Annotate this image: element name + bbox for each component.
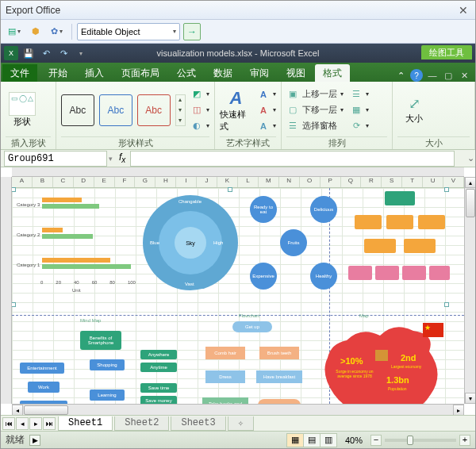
text-effects-button[interactable]: A▾ (257, 119, 276, 133)
column-header[interactable]: R (361, 177, 382, 187)
tab-formula[interactable]: 公式 (169, 64, 204, 82)
gear-button[interactable]: ✿▾ (47, 23, 67, 40)
bar-chart[interactable]: Category 3 Category 2 Category 1 0204060… (17, 193, 136, 296)
scroll-up-icon[interactable]: ▴ (465, 177, 475, 188)
column-header[interactable]: T (402, 177, 423, 187)
tab-view[interactable]: 视图 (278, 64, 313, 82)
worksheet-canvas[interactable]: ABCDEFGHIJKLMNOPQRSTUV Category 3 Catego… (12, 177, 464, 404)
column-header[interactable]: B (33, 177, 53, 187)
text-outline-button[interactable]: A▾ (257, 103, 276, 117)
column-header[interactable]: C (53, 177, 74, 187)
shape-outline-button[interactable]: ◫▾ (190, 103, 209, 117)
close-excel-icon[interactable]: ✕ (458, 69, 470, 82)
help-icon[interactable]: ? (410, 69, 423, 82)
column-header[interactable]: J (197, 177, 217, 187)
style-preset-2[interactable]: Abc (99, 94, 132, 126)
tab-insert[interactable]: 插入 (77, 64, 112, 82)
tab-layout[interactable]: 页面布局 (113, 64, 167, 82)
tab-review[interactable]: 审阅 (242, 64, 277, 82)
wordart-button[interactable]: A 快速样式 (220, 88, 252, 132)
new-sheet-button[interactable]: ✧ (228, 416, 254, 431)
tab-home[interactable]: 开始 (40, 64, 75, 82)
onion-diagram[interactable]: Sky Changable Blue High Vast (139, 191, 242, 294)
column-header[interactable]: G (135, 177, 155, 187)
tab-data[interactable]: 数据 (205, 64, 240, 82)
column-header[interactable]: A (12, 177, 33, 187)
excel-icon[interactable]: X (4, 46, 18, 60)
restore-icon[interactable]: ▢ (442, 69, 455, 82)
column-header[interactable]: I (176, 177, 197, 187)
column-header[interactable]: L (238, 177, 259, 187)
close-icon[interactable]: ✕ (456, 4, 470, 17)
group-button[interactable]: ▦▾ (350, 103, 369, 117)
china-map[interactable]: Map ★ >10% Surge in economy on average s… (312, 318, 451, 404)
org-chart[interactable] (348, 191, 451, 302)
layout-view-icon[interactable]: ▤ (303, 433, 321, 447)
zoom-out-button[interactable]: − (370, 435, 382, 446)
zoom-in-button[interactable]: + (459, 435, 470, 446)
column-header[interactable]: Q (341, 177, 362, 187)
shapes-gallery-button[interactable]: ▭◯△ 形状 (6, 88, 39, 132)
formula-input[interactable] (130, 151, 455, 167)
shape-button[interactable]: ⬢ (28, 23, 44, 40)
column-header[interactable]: D (74, 177, 94, 187)
fx-icon[interactable]: fx (119, 152, 125, 164)
prev-sheet-icon[interactable]: ◂ (16, 417, 29, 430)
column-header[interactable]: M (259, 177, 279, 187)
shape-effects-button[interactable]: ◐▾ (190, 119, 209, 133)
pagebreak-view-icon[interactable]: ▥ (320, 433, 337, 447)
first-sheet-icon[interactable]: ⏮ (2, 417, 15, 430)
size-button[interactable]: ⤢ 大小 (397, 88, 431, 132)
column-header[interactable]: H (155, 177, 176, 187)
qat-more-icon[interactable]: ▾ (74, 46, 88, 60)
sheet-tab-3[interactable]: Sheet3 (171, 416, 225, 431)
column-headers[interactable]: ABCDEFGHIJKLMNOPQRSTUV (12, 177, 464, 188)
column-header[interactable]: V (443, 177, 464, 187)
macro-icon[interactable]: ▶ (29, 435, 40, 446)
rotate-button[interactable]: ⟳▾ (350, 119, 369, 133)
mind-map[interactable]: Mind Map Benefits of Smartphone Entertai… (20, 318, 194, 404)
go-button[interactable]: → (183, 23, 201, 40)
normal-view-icon[interactable]: ▦ (286, 433, 304, 447)
column-header[interactable]: F (115, 177, 136, 187)
bring-forward-button[interactable]: ▣上移一层▾ (286, 87, 344, 102)
formula-expand-icon[interactable]: ⌄ (466, 153, 475, 163)
scroll-thumb-h[interactable] (24, 405, 68, 415)
align-button[interactable]: ☰▾ (350, 87, 369, 102)
selection-pane-button[interactable]: ☰选择窗格 (286, 119, 344, 133)
scroll-right-icon[interactable]: ▸ (453, 405, 464, 415)
undo-icon[interactable]: ↶ (39, 46, 53, 60)
style-preset-3[interactable]: Abc (137, 94, 171, 126)
next-sheet-icon[interactable]: ▸ (29, 417, 42, 430)
minimize-ribbon-icon[interactable]: ⌃ (394, 69, 407, 82)
column-header[interactable]: N (279, 177, 300, 187)
tab-format[interactable]: 格式 (315, 64, 350, 82)
name-box[interactable]: Group691 (4, 151, 107, 167)
scroll-down-icon[interactable]: ▾ (465, 393, 475, 404)
sheet-tab-2[interactable]: Sheet2 (114, 416, 169, 431)
column-header[interactable]: O (300, 177, 321, 187)
column-header[interactable]: S (382, 177, 402, 187)
sheet-tab-1[interactable]: Sheet1 (58, 416, 113, 431)
bubble-map[interactable]: Fruits Ready to eat Delicious Expensive … (242, 191, 345, 294)
scroll-thumb-v[interactable] (466, 189, 475, 217)
column-header[interactable]: K (217, 177, 238, 187)
style-preset-1[interactable]: Abc (61, 94, 94, 126)
mode-combo[interactable]: Editable Object ▾ (77, 23, 180, 40)
name-dropdown-icon[interactable]: ▾ (109, 155, 113, 163)
text-fill-button[interactable]: A▾ (257, 87, 276, 102)
zoom-slider[interactable] (385, 439, 456, 442)
file-tab[interactable]: 文件 (2, 64, 37, 82)
min-icon[interactable]: — (426, 69, 439, 82)
scroll-left-icon[interactable]: ◂ (12, 405, 23, 415)
redo-icon[interactable]: ↷ (56, 46, 71, 60)
column-header[interactable]: P (321, 177, 341, 187)
save-icon[interactable]: 💾 (21, 46, 36, 60)
flowchart[interactable]: Flowchart Get up Comb hair Brush teeth D… (201, 318, 304, 404)
shape-fill-button[interactable]: ◩▾ (190, 87, 209, 102)
column-header[interactable]: U (423, 177, 443, 187)
style-gallery-more[interactable]: ▴▾▾ (175, 94, 186, 126)
horizontal-scrollbar[interactable]: ◂ ▸ (12, 404, 464, 415)
last-sheet-icon[interactable]: ⏭ (43, 417, 56, 430)
send-backward-button[interactable]: ▢下移一层▾ (286, 103, 344, 117)
